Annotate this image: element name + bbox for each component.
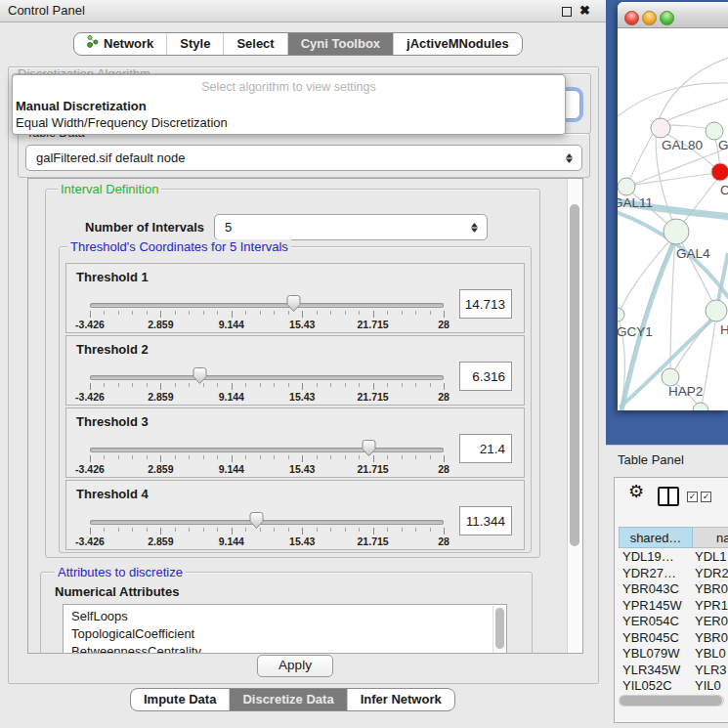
cell-shared-name: YLR345W [619, 663, 695, 677]
node-label-gal11: GAL11 [618, 195, 653, 210]
threshold-value-field[interactable]: 21.4 [459, 434, 512, 463]
slider-tick [90, 311, 91, 318]
slider-tick [288, 383, 289, 387]
slider-tick [402, 455, 403, 459]
minimize-traffic-light-icon[interactable] [642, 11, 657, 25]
tab-style[interactable]: Style [166, 33, 223, 55]
tab-select[interactable]: Select [223, 33, 286, 55]
table-row[interactable]: YDR27…YDR2 [619, 566, 728, 582]
network-edge[interactable] [663, 99, 728, 124]
slider-tick [260, 311, 261, 315]
zoom-traffic-light-icon[interactable] [660, 11, 674, 25]
slider-thumb[interactable] [248, 511, 265, 530]
threshold-slider-track[interactable] [90, 303, 444, 308]
list-scrollbar[interactable] [492, 606, 505, 654]
slider-tick [345, 528, 346, 532]
attribute-item-topologicalcoefficient[interactable]: TopologicalCoefficient [64, 625, 506, 643]
apply-button[interactable]: Apply [257, 655, 333, 677]
table-row[interactable]: YPR145WYPR1 [619, 598, 728, 615]
network-node-green[interactable] [618, 308, 624, 321]
network-node-green[interactable] [693, 403, 708, 410]
table-row[interactable]: YBR045CYBR0 [619, 630, 728, 647]
slider-tick-label: -3.426 [63, 319, 117, 330]
cell-shared-name: YDL19… [619, 549, 695, 564]
network-edge[interactable] [657, 58, 728, 126]
slider-tick-label: -3.426 [63, 535, 117, 547]
checkbox-icon[interactable]: ✓ [701, 492, 711, 502]
settings-scrollbar[interactable] [567, 179, 582, 653]
table-row[interactable]: YER054CYER0 [619, 614, 728, 630]
tab-jactivemnodules[interactable]: jActiveMNodules [393, 33, 522, 55]
network-canvas[interactable]: GAL80GAGAL11CGAL4GCY1HHAP2 [618, 28, 728, 410]
column-header-shared-name[interactable]: shared… [619, 527, 693, 548]
columns-icon[interactable] [658, 487, 679, 506]
threshold-slider-track[interactable] [90, 375, 444, 380]
float-window-icon[interactable] [562, 7, 572, 17]
table-row[interactable]: YIL052CYIL0 [619, 678, 728, 695]
slider-thumb[interactable] [192, 366, 208, 385]
slider-tick [415, 455, 416, 459]
network-edge[interactable] [628, 173, 717, 186]
threshold-value-field[interactable]: 6.316 [459, 362, 512, 391]
thresholds-group: Threshold's Coordinates for 5 Intervals … [59, 246, 532, 553]
attribute-item-selfloops[interactable]: SelfLoops [64, 605, 506, 625]
network-edge[interactable] [621, 234, 676, 310]
network-desktop: GAL80GAGAL11CGAL4GCY1HHAP2 [606, 0, 728, 445]
tab-network[interactable]: Network [74, 33, 166, 55]
dropdown-option-manual-discretization[interactable]: Manual Discretization [16, 99, 147, 113]
slider-tick-label: 9.144 [204, 463, 259, 475]
table-row[interactable]: YLR345WYLR3 [619, 663, 728, 679]
network-node-green[interactable] [706, 300, 727, 321]
tab-infer-network[interactable]: Infer Network [347, 689, 454, 710]
column-header-name[interactable]: na [693, 527, 728, 548]
table-horizontal-scrollbar[interactable] [619, 695, 724, 707]
settings-scrollbar-thumb[interactable] [570, 204, 579, 546]
threshold-slider-track[interactable] [90, 520, 444, 525]
table-data-combobox[interactable]: galFiltered.sif default node [25, 145, 582, 171]
slider-tick [160, 455, 161, 462]
network-edge[interactable] [618, 83, 728, 116]
dropdown-option-equal-width-frequency[interactable]: Equal Width/Frequency Discretization [16, 115, 228, 130]
gear-icon[interactable]: ⚙ [628, 481, 644, 502]
threshold-label: Threshold 1 [76, 270, 149, 284]
network-window-titlebar[interactable] [618, 2, 728, 28]
slider-thumb[interactable] [285, 294, 302, 313]
network-node-pink[interactable] [651, 118, 670, 138]
slider-tick [189, 311, 190, 315]
attribute-item-betweennesscentrality[interactable]: BetweennessCentrality [64, 643, 506, 654]
list-scrollbar-thumb[interactable] [495, 608, 504, 649]
numerical-attributes-list[interactable]: SelfLoopsTopologicalCoefficientBetweenne… [63, 604, 507, 654]
network-edge[interactable] [627, 127, 657, 185]
network-node-green[interactable] [618, 178, 635, 195]
table-scrollbar-thumb[interactable] [620, 696, 722, 706]
cell-shared-name: YBL079W [619, 646, 695, 661]
threshold-slider-track[interactable] [90, 448, 444, 452]
threshold-value-field[interactable]: 14.713 [459, 289, 512, 319]
checkbox-icon[interactable]: ✓ [687, 492, 698, 502]
close-traffic-light-icon[interactable] [624, 11, 639, 25]
number-of-intervals-combobox[interactable]: 5 [214, 214, 488, 240]
slider-tick [274, 528, 275, 532]
network-node-red[interactable] [711, 163, 728, 181]
slider-tick [147, 383, 148, 387]
top-tab-bar: NetworkStyleSelectCyni ToolboxjActiveMNo… [73, 32, 523, 56]
network-edge[interactable] [670, 237, 675, 372]
table-row[interactable]: YDL19…YDL1 [619, 549, 728, 566]
threshold-value-field[interactable]: 11.344 [459, 506, 512, 535]
table-row[interactable]: YBR043CYBR0 [619, 581, 728, 598]
tab-cyni-toolbox[interactable]: Cyni Toolbox [287, 33, 393, 55]
network-node-green[interactable] [664, 219, 689, 244]
slider-tick-label: 2.859 [133, 535, 188, 547]
slider-tick [189, 528, 190, 532]
node-label-h: H [720, 322, 728, 337]
slider-tick [217, 383, 218, 387]
tab-discretize-data[interactable]: Discretize Data [229, 689, 346, 710]
slider-tick-label: -3.426 [63, 391, 117, 403]
network-edge-thick[interactable] [717, 253, 728, 306]
slider-thumb[interactable] [361, 439, 377, 457]
node-label-ga: GA [718, 138, 728, 152]
tab-impute-data[interactable]: Impute Data [131, 689, 229, 710]
table-row[interactable]: YBL079WYBL0 [619, 646, 728, 663]
close-icon[interactable]: ✖ [579, 3, 590, 18]
attributes-group-label: Attributes to discretize [55, 565, 186, 579]
